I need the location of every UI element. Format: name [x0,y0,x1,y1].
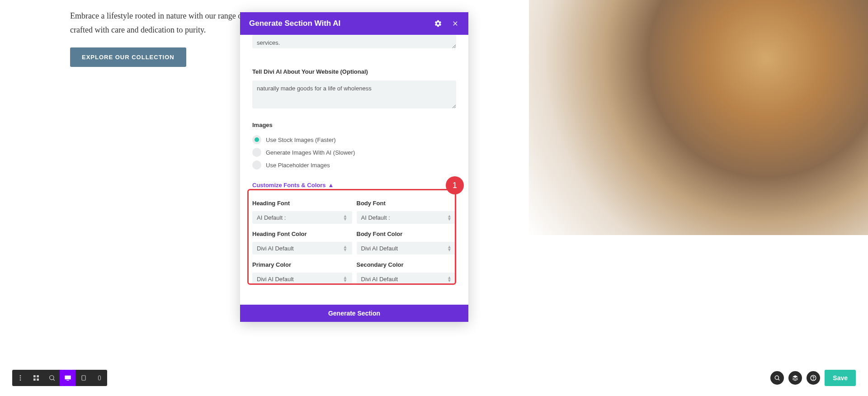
radio-circle-icon [252,160,261,170]
select-value: AI Default : [361,214,452,221]
svg-marker-15 [793,375,798,378]
secondary-color-label: Secondary Color [357,261,457,268]
phone-view-icon[interactable] [91,370,107,386]
select-value: Divi AI Default [361,276,452,283]
select-value: Divi AI Default [361,245,452,252]
body-font-label: Body Font [357,200,457,207]
modal-title: Generate Section With AI [249,19,340,28]
radio-stock-images[interactable]: Use Stock Images (Faster) [252,135,456,144]
modal-header: Generate Section With AI [240,12,468,35]
tablet-view-icon[interactable] [75,370,91,386]
svg-rect-12 [98,376,100,380]
fonts-colors-grid: Heading Font AI Default : ▲▼ Body Font A… [252,195,456,290]
radio-label: Generate Images With AI (Slower) [266,149,355,156]
body-font-color-select[interactable]: Divi AI Default ▲▼ [357,242,457,255]
svg-point-13 [775,376,779,379]
modal-body: Tell Divi AI About Your Website (Optiona… [240,35,468,297]
services-textarea[interactable] [252,35,456,48]
radio-circle-icon [252,148,261,157]
customize-link-text: Customize Fonts & Colors [252,182,326,189]
svg-rect-3 [33,375,36,377]
radio-ai-images[interactable]: Generate Images With AI (Slower) [252,148,456,157]
save-button[interactable]: Save [825,370,856,386]
help-icon[interactable] [807,371,820,385]
body-font-field: Body Font AI Default : ▲▼ [357,200,457,224]
body-font-color-field: Body Font Color Divi AI Default ▲▼ [357,231,457,255]
modal-header-icons [434,19,459,28]
customize-fonts-colors-link[interactable]: Customize Fonts & Colors ▲ [252,182,334,189]
modal-footer: Generate Section [240,297,468,322]
svg-rect-4 [37,375,39,377]
modal-backdrop: Generate Section With AI Tell Divi AI Ab… [0,0,868,396]
images-section-title: Images [252,122,456,128]
gear-icon[interactable] [434,19,442,28]
radio-circle-icon [252,135,261,144]
website-textarea[interactable] [252,80,456,108]
bottom-toolbar-left [12,370,107,386]
chevron-up-icon: ▲ [328,182,334,189]
svg-rect-6 [37,378,39,381]
svg-line-8 [53,379,54,381]
select-value: AI Default : [257,214,348,221]
radio-label: Use Placeholder Images [266,162,330,169]
images-radio-group: Use Stock Images (Faster) Generate Image… [252,135,456,170]
svg-rect-10 [66,380,69,381]
close-icon[interactable] [451,19,459,28]
body-font-color-label: Body Font Color [357,231,457,237]
secondary-color-select[interactable]: Divi AI Default ▲▼ [357,273,457,285]
select-value: Divi AI Default [257,276,348,283]
svg-point-7 [49,376,53,380]
svg-line-14 [778,379,780,380]
svg-point-17 [813,379,814,380]
more-icon[interactable] [12,370,28,386]
layers-icon[interactable] [788,371,802,385]
radio-placeholder-images[interactable]: Use Placeholder Images [252,160,456,170]
heading-font-field: Heading Font AI Default : ▲▼ [252,200,352,224]
svg-rect-9 [65,376,71,380]
svg-point-1 [19,377,21,379]
desktop-view-icon[interactable] [60,370,75,386]
generate-section-button[interactable]: Generate Section [240,305,468,322]
svg-rect-5 [33,378,36,381]
radio-label: Use Stock Images (Faster) [266,137,336,143]
svg-point-2 [19,379,21,381]
heading-font-color-field: Heading Font Color Divi AI Default ▲▼ [252,231,352,255]
generate-section-modal: Generate Section With AI Tell Divi AI Ab… [240,12,468,322]
heading-font-label: Heading Font [252,200,352,207]
secondary-color-field: Secondary Color Divi AI Default ▲▼ [357,261,457,285]
search-icon[interactable] [770,371,784,385]
heading-font-color-label: Heading Font Color [252,231,352,237]
svg-point-0 [19,375,21,377]
select-value: Divi AI Default [257,245,348,252]
website-label: Tell Divi AI About Your Website (Optiona… [252,68,456,75]
heading-font-color-select[interactable]: Divi AI Default ▲▼ [252,242,352,255]
body-font-select[interactable]: AI Default : ▲▼ [357,211,457,224]
primary-color-select[interactable]: Divi AI Default ▲▼ [252,273,352,285]
bottom-toolbar-right: Save [770,370,856,386]
wireframe-icon[interactable] [28,370,44,386]
primary-color-label: Primary Color [252,261,352,268]
primary-color-field: Primary Color Divi AI Default ▲▼ [252,261,352,285]
zoom-icon[interactable] [44,370,60,386]
heading-font-select[interactable]: AI Default : ▲▼ [252,211,352,224]
svg-rect-11 [81,376,85,381]
